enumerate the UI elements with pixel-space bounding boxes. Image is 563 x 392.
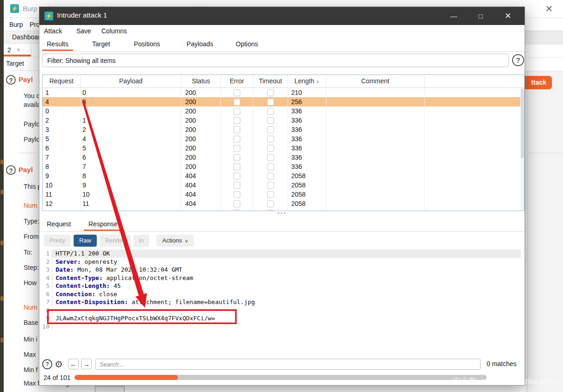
- table-row[interactable]: 54200336: [43, 134, 524, 143]
- tab-target-bg[interactable]: Target: [6, 60, 24, 67]
- filter-bar[interactable]: Filter: Showing all items: [42, 54, 509, 67]
- dialog-tab-payloads[interactable]: Payloads: [187, 40, 213, 48]
- table-row[interactable]: 65200336: [43, 143, 524, 153]
- raw-button[interactable]: Raw: [74, 235, 97, 247]
- dialog-menu-save[interactable]: Save: [76, 27, 91, 35]
- cell-timeout: [253, 190, 288, 199]
- error-checkbox[interactable]: [233, 163, 240, 170]
- error-checkbox[interactable]: [233, 182, 240, 189]
- search-input[interactable]: [95, 359, 481, 370]
- timeout-checkbox[interactable]: [267, 163, 274, 170]
- newline-toggle-button[interactable]: \n: [133, 235, 150, 247]
- table-scrollbar[interactable]: [520, 88, 524, 211]
- response-line-text: Server: openresty: [52, 258, 117, 266]
- error-checkbox[interactable]: [233, 108, 240, 115]
- menu-burp[interactable]: Burp: [9, 21, 23, 28]
- timeout-checkbox[interactable]: [267, 117, 274, 124]
- timeout-checkbox[interactable]: [267, 200, 274, 207]
- filter-help-icon[interactable]: ?: [512, 54, 524, 66]
- error-checkbox[interactable]: [233, 191, 240, 198]
- column-header-status[interactable]: Status: [181, 75, 221, 87]
- column-header-request[interactable]: Request: [43, 75, 81, 87]
- error-checkbox[interactable]: [233, 154, 240, 161]
- payload-section-heading: Payl: [19, 166, 33, 174]
- viewer-tab-response[interactable]: Response: [88, 220, 118, 228]
- cell-filler: [425, 199, 521, 208]
- column-header-comment[interactable]: Comment: [326, 75, 425, 87]
- splitter-handle[interactable]: •••: [39, 211, 525, 218]
- section-help-icon[interactable]: ?: [6, 75, 16, 85]
- error-checkbox[interactable]: [233, 117, 240, 124]
- timeout-checkbox[interactable]: [267, 154, 274, 161]
- viewer-tab-request[interactable]: Request: [47, 220, 71, 228]
- table-row[interactable]: 12114042058: [43, 199, 524, 208]
- timeout-checkbox[interactable]: [267, 182, 274, 189]
- timeout-checkbox[interactable]: [267, 99, 274, 106]
- table-row[interactable]: 32200336: [43, 125, 524, 134]
- timeout-checkbox[interactable]: [267, 145, 274, 152]
- prev-match-button[interactable]: ←: [68, 359, 79, 369]
- response-editor[interactable]: 1HTTP/1.1 200 OK2Server: openresty3Date:…: [39, 249, 521, 357]
- pretty-button[interactable]: Pretty: [44, 235, 71, 247]
- header-name: Content-Type:: [56, 274, 103, 281]
- column-header-length[interactable]: Length∧: [288, 75, 326, 87]
- dialog-tab-options[interactable]: Options: [236, 40, 258, 48]
- tab-dashboard[interactable]: Dashboar: [12, 33, 40, 41]
- close-button[interactable]: ✕: [500, 10, 516, 22]
- error-checkbox[interactable]: [233, 89, 240, 96]
- timeout-checkbox[interactable]: [267, 89, 274, 96]
- dialog-tab-positions[interactable]: Positions: [134, 40, 160, 48]
- cell-payload: 3: [81, 97, 181, 106]
- cell-timeout: [253, 199, 288, 208]
- error-checkbox[interactable]: [233, 99, 240, 106]
- error-checkbox[interactable]: [233, 126, 240, 133]
- table-row[interactable]: 1094042058: [43, 180, 524, 190]
- column-header-payload[interactable]: Payload: [81, 75, 181, 87]
- timeout-checkbox[interactable]: [267, 136, 274, 143]
- table-row[interactable]: 984042058: [43, 171, 524, 180]
- gear-icon[interactable]: ⚙: [53, 358, 64, 370]
- main-close-button[interactable]: ✕: [540, 2, 558, 16]
- cell-payload: 7: [81, 162, 181, 171]
- cell-timeout: [253, 162, 288, 171]
- maximize-button[interactable]: □: [473, 10, 488, 22]
- render-button[interactable]: Render: [100, 235, 131, 247]
- dialog-titlebar[interactable]: ⚡ Intruder attack 1 — □ ✕: [39, 7, 525, 25]
- scrollbar-thumb[interactable]: [521, 89, 524, 158]
- table-row[interactable]: 87200336: [43, 162, 524, 171]
- search-help-icon[interactable]: ?: [42, 359, 52, 369]
- dialog-menu-attack[interactable]: Attack: [44, 27, 62, 35]
- dialog-tab-results[interactable]: Results: [47, 40, 69, 48]
- tab-attack-2[interactable]: 2 ×: [4, 44, 39, 57]
- dialog-tab-target[interactable]: Target: [92, 40, 110, 48]
- bg-field-stub[interactable]: [95, 386, 125, 392]
- table-row[interactable]: 11104042058: [43, 190, 524, 199]
- timeout-checkbox[interactable]: [267, 108, 274, 115]
- table-row[interactable]: 10200210: [43, 88, 524, 97]
- timeout-checkbox[interactable]: [267, 191, 274, 198]
- actions-button[interactable]: Actions∨: [156, 235, 194, 247]
- dialog-menu-columns[interactable]: Columns: [101, 27, 127, 35]
- cell-comment: [326, 143, 425, 153]
- cell-request: 6: [43, 143, 81, 153]
- table-row[interactable]: 0200336: [43, 106, 524, 116]
- column-header-error[interactable]: Error: [221, 75, 253, 87]
- column-header-timeout[interactable]: Timeout: [253, 75, 288, 87]
- section-help-icon[interactable]: ?: [6, 165, 16, 175]
- table-row[interactable]: 43200256: [43, 97, 524, 106]
- timeout-checkbox[interactable]: [267, 173, 274, 180]
- cell-length: 2058: [288, 190, 326, 199]
- menu-project[interactable]: Pro: [30, 21, 40, 28]
- table-row[interactable]: 76200336: [43, 153, 524, 162]
- minimize-button[interactable]: —: [446, 10, 462, 22]
- cell-filler: [425, 162, 521, 171]
- table-row[interactable]: 21200336: [43, 116, 524, 125]
- timeout-checkbox[interactable]: [267, 126, 274, 133]
- error-checkbox[interactable]: [233, 136, 240, 143]
- error-checkbox[interactable]: [233, 173, 240, 180]
- error-checkbox[interactable]: [233, 145, 240, 152]
- next-match-button[interactable]: →: [81, 359, 92, 369]
- error-checkbox[interactable]: [233, 200, 240, 207]
- tab-close-icon[interactable]: ×: [17, 46, 20, 53]
- payload-field-label: How: [24, 279, 37, 286]
